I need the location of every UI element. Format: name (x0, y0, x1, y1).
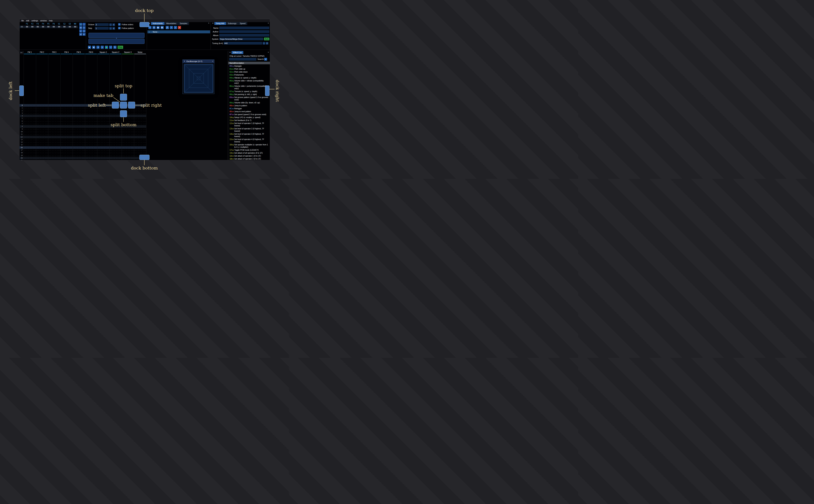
play-to-cursor-button[interactable]: ⇥ (96, 46, 99, 49)
pattern-cell[interactable]: ... .. .. .... (48, 115, 60, 117)
pattern-cell[interactable]: ... .. .. .... (134, 138, 146, 141)
pattern-cell[interactable]: ... .. .. .... (134, 136, 146, 138)
pattern-cell[interactable]: ... .. .. .... (73, 117, 85, 120)
dock-top-target[interactable] (139, 22, 149, 27)
pattern-cell[interactable]: ... .. .. .... (60, 120, 73, 123)
tuning-input[interactable] (224, 42, 262, 45)
pattern-cell[interactable]: ... .. .. .... (97, 133, 109, 136)
pattern-cell[interactable]: ... .. .. .... (97, 130, 109, 133)
order-cell[interactable]: 00 (46, 26, 51, 28)
channel-header[interactable]: FM 1 (24, 51, 36, 54)
pattern-cell[interactable]: ... .. .. .... (36, 112, 48, 115)
pattern-cell[interactable]: ... .. .. .... (109, 144, 122, 146)
pattern-cell[interactable]: ... .. .. .... (85, 123, 97, 125)
play-from-beginning-button[interactable]: ◉ (92, 46, 95, 49)
pattern-cell[interactable]: ... .. .. .... (60, 123, 73, 125)
pattern-cell[interactable]: ... .. .. .... (134, 133, 146, 136)
pattern-cell[interactable]: ... .. .. .... (122, 154, 134, 157)
pattern-cell[interactable]: ... .. .. .... (24, 133, 36, 136)
pattern-cell[interactable]: ... .. .. .... (97, 128, 109, 130)
pattern-cell[interactable]: ... .. .. .... (73, 146, 85, 149)
pattern-cell[interactable]: ... .. .. .... (48, 120, 60, 123)
split-top-target[interactable] (120, 94, 127, 101)
pattern-cell[interactable]: ... .. .. .... (122, 128, 134, 130)
pattern-cell[interactable]: ... .. .. .... (48, 144, 60, 146)
auto-detect-button[interactable]: Auto (264, 38, 269, 40)
pattern-cell[interactable]: ... .. .. .... (24, 123, 36, 125)
pattern-cell[interactable]: ... .. .. .... (73, 130, 85, 133)
pattern-cell[interactable]: ... .. .. .... (73, 125, 85, 128)
pattern-cell[interactable]: ... .. .. .... (24, 107, 36, 109)
pattern-cell[interactable]: ... .. .. .... (97, 159, 109, 160)
pattern-cell[interactable]: ... .. .. .... (36, 136, 48, 138)
pattern-cell[interactable]: ... .. .. .... (122, 149, 134, 151)
order-move-up-button[interactable]: ∧ (83, 26, 85, 29)
pattern-cell[interactable]: ... .. .. .... (85, 133, 97, 136)
pattern-cell[interactable]: ... .. .. .... (36, 141, 48, 144)
order-move-down-button[interactable]: ∨ (79, 29, 82, 32)
pattern-cell[interactable]: ... .. .. .... (48, 154, 60, 157)
pattern-cell[interactable]: ... .. .. .... (122, 144, 134, 146)
song-author-input[interactable] (219, 30, 269, 33)
pattern-cell[interactable]: ... .. .. .... (134, 109, 146, 112)
pattern-cell[interactable]: ... .. .. .... (97, 144, 109, 146)
effect-search-input[interactable] (229, 58, 256, 61)
pattern-cell[interactable]: ... .. .. .... (97, 141, 109, 144)
pattern-cell[interactable]: ... .. .. .... (73, 144, 85, 146)
oscilloscope-close-button[interactable]: × (212, 60, 213, 63)
pattern-cell[interactable]: ... .. .. .... (109, 157, 122, 159)
collapse-icon[interactable]: ▼ (184, 60, 185, 63)
tuning-increment-button[interactable]: + (266, 42, 268, 45)
pattern-cell[interactable]: ... .. .. .... (73, 141, 85, 144)
pattern-cell[interactable]: ... .. .. .... (122, 117, 134, 120)
pattern-cell[interactable]: ... .. .. .... (48, 157, 60, 159)
pattern-cell[interactable]: ... .. .. .... (24, 128, 36, 130)
pattern-cell[interactable]: ... .. .. .... (97, 109, 109, 112)
channel-header[interactable]: FM 6 (85, 51, 97, 54)
pattern-cell[interactable]: ... .. .. .... (60, 146, 73, 149)
pattern-cell[interactable]: ... .. .. .... (48, 151, 60, 154)
channel-header[interactable]: FM 4 (60, 51, 73, 54)
order-cell[interactable]: 00 (62, 26, 67, 28)
dock-right-target[interactable] (265, 85, 269, 96)
pattern-cell[interactable]: ... .. .. .... (85, 159, 97, 160)
pattern-cell[interactable]: ... .. .. .... (73, 138, 85, 141)
pattern-cell[interactable]: ... .. .. .... (60, 159, 73, 160)
channel-header[interactable]: Square 2 (109, 51, 122, 54)
pattern-cell[interactable]: ... .. .. .... (36, 123, 48, 125)
channel-header[interactable]: FM 5 (73, 51, 85, 54)
pattern-cell[interactable]: ... .. .. .... (85, 130, 97, 133)
pattern-cell[interactable]: ... .. .. .... (73, 107, 85, 109)
pattern-cell[interactable]: ... .. .. .... (24, 136, 36, 138)
pattern-cell[interactable]: ... .. .. .... (73, 149, 85, 151)
pattern-cell[interactable]: ... .. .. .... (134, 112, 146, 115)
pattern-cell[interactable]: ... .. .. .... (48, 112, 60, 115)
pattern-cell[interactable]: ... .. .. .... (24, 125, 36, 128)
pattern-expand-button[interactable]: ++ (19, 51, 24, 54)
pattern-cell[interactable]: ... .. .. .... (134, 151, 146, 154)
pattern-cell[interactable]: ... .. .. .... (97, 112, 109, 115)
pattern-cell[interactable]: ... .. .. .... (109, 141, 122, 144)
pattern-cell[interactable]: ... .. .. .... (24, 159, 36, 160)
pattern-cell[interactable]: ... .. .. .... (36, 130, 48, 133)
menu-settings[interactable]: settings (30, 20, 39, 22)
pattern-cell[interactable]: ... .. .. .... (48, 141, 60, 144)
channel-header[interactable]: FM 3 (48, 51, 60, 54)
pattern-cell[interactable]: ... .. .. .... (85, 120, 97, 123)
pattern-cell[interactable]: ... .. .. .... (60, 144, 73, 146)
effect-list-close-button[interactable]: × (268, 51, 269, 54)
pattern-cell[interactable]: ... .. .. .... (24, 109, 36, 112)
piano-widget[interactable]: + (88, 33, 144, 44)
pattern-cell[interactable]: ... .. .. .... (134, 120, 146, 123)
step-increment-button[interactable]: + (112, 27, 115, 30)
pattern-cell[interactable]: ... .. .. .... (36, 149, 48, 151)
pattern-cell[interactable]: ... .. .. .... (97, 146, 109, 149)
pattern-cell[interactable]: ... .. .. .... (24, 138, 36, 141)
instrument-move-up-button[interactable]: ↑ (170, 26, 173, 29)
order-cell[interactable]: 00 (24, 26, 30, 28)
pattern-cell[interactable]: ... .. .. .... (85, 117, 97, 120)
tab-effect-list[interactable]: Effect List (231, 51, 243, 54)
play-button[interactable]: ▶ (88, 46, 91, 49)
order-duplicate-button[interactable]: ⊞ (79, 26, 82, 29)
pattern-cell[interactable]: ... .. .. .... (24, 130, 36, 133)
